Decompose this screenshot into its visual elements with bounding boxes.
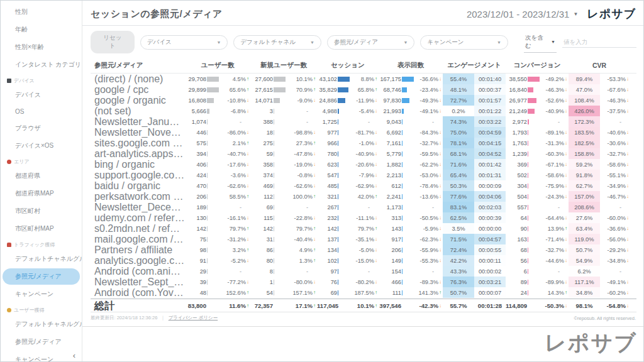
arrow-down-icon: ↓ (626, 226, 629, 231)
filter-chip-source-media[interactable]: 参照元/メディア ▼ (327, 35, 415, 50)
filter-chip-campaign[interactable]: キャンペーン ▼ (420, 35, 508, 50)
mini-bar-track (401, 98, 414, 103)
value-text: 35,829 (317, 87, 337, 93)
mini-bar (402, 151, 402, 156)
metric-delta-new_users: -40.4%↓ (286, 234, 317, 244)
delta-text: -49.1% (420, 108, 438, 114)
arrow-down-icon: ↓ (626, 162, 629, 167)
sidebar-collapse-chevron-icon[interactable]: ‹ (73, 351, 75, 360)
sidebar-item[interactable]: デフォルトチャネルグループ (1, 315, 82, 333)
metric-value-sessions: 547 (317, 170, 350, 180)
row-label: Newsletter_January_2023 / e... (91, 116, 185, 127)
metric-value-views: 612 (379, 180, 414, 191)
last-updated-text: 最終更新日: 2024/1/18 12:36:26 (91, 315, 157, 321)
delta-text: 10.1% (296, 76, 313, 82)
value-text: 232 (317, 215, 337, 221)
sidebar-item[interactable]: 年齢 (1, 21, 82, 38)
sidebar-item[interactable]: 都道府県 (1, 167, 82, 185)
sidebar-item[interactable]: デバイス (1, 86, 82, 104)
delta-text: -7.9% (359, 172, 374, 178)
value-text: 502 (506, 172, 527, 178)
sidebar-item[interactable]: インタレスト カテゴリ (1, 56, 82, 74)
mini-bar (207, 184, 208, 189)
sidebar-item[interactable]: 参照元/メディア (3, 268, 80, 285)
report-header: セッションの参照元/メディア 2023/12/01 - 2023/12/31 ▼… (82, 1, 644, 26)
value-text: 29,708 (185, 76, 206, 82)
sidebar-item[interactable]: 性別×年齢 (1, 38, 82, 56)
privacy-policy-link[interactable]: プライバシー ポリシー (169, 315, 218, 321)
sidebar-item[interactable]: OS (1, 104, 82, 119)
mini-bar-track (273, 151, 286, 156)
arrow-down-icon: ↓ (247, 258, 249, 263)
engagement-rate-cell: 55.4% (443, 74, 474, 84)
table-row: mail.google.com / referral75-31.2%↓31-40… (91, 234, 636, 244)
metric-delta-cvr: -32.7%↓ (600, 148, 630, 159)
metric-delta-sessions: 65.8%↑ (350, 84, 379, 95)
table-row: perksatwork.com / referral20658.5%↑11210… (91, 191, 636, 202)
metric-value-views: 1,882 (379, 159, 414, 170)
metric-delta-new_users: -47.8%↓ (286, 148, 317, 159)
date-range-caret-icon[interactable]: ▼ (573, 11, 578, 17)
delta-dash: - (619, 119, 629, 125)
value-text: 189 (185, 204, 206, 211)
metric-value-conv: 1,763 (506, 138, 540, 148)
value-text: 1,763 (506, 140, 527, 146)
table-row: google / cpc29,89965.6%↑27,61570.9%↑35,8… (91, 84, 636, 95)
sidebar-item[interactable]: キャンペーン (1, 351, 82, 362)
metric-value-sessions: 43,102 (317, 74, 350, 84)
row-label: mail.google.com / referral (91, 234, 185, 244)
sidebar-item[interactable]: キャンペーン (1, 285, 82, 303)
metric-value-conv: 557 (506, 202, 540, 212)
delta-text: 3.2% (233, 247, 246, 253)
metric-value-sessions: 1,725 (317, 116, 350, 127)
value-text: 29,899 (185, 87, 206, 93)
mini-bar-track (337, 119, 350, 124)
filter-chip-default-channel[interactable]: デフォルトチャネル ▼ (233, 35, 321, 50)
delta-text: 8.8% (361, 76, 374, 82)
condition-select[interactable]: 次を含む ▼ (524, 32, 557, 53)
mini-bar-track (206, 280, 219, 285)
sidebar-item[interactable]: デバイス×OS (1, 137, 82, 155)
delta-text: 141.3% (418, 290, 438, 296)
mini-bar (338, 205, 338, 210)
cvr-cell: 27.6% (569, 212, 600, 223)
arrow-up-icon: ↑ (247, 140, 249, 146)
sidebar-item[interactable]: 都道府県MAP (1, 185, 82, 202)
arrow-down-icon: ↓ (439, 279, 441, 285)
sidebar-item[interactable]: 市区町村 (1, 202, 82, 220)
metric-delta-users: -62.6%↓ (219, 180, 250, 191)
delta-text: -56.0% (608, 236, 626, 243)
value-text: 26,977 (506, 97, 527, 104)
sidebar-item[interactable]: 性別 (1, 3, 82, 21)
value-text: 68 (506, 247, 527, 253)
metric-value-sessions: 69 (317, 287, 350, 298)
delta-text: -80.0% (294, 279, 313, 285)
metric-value-sessions: 267 (317, 202, 350, 212)
mini-bar-track (527, 151, 540, 156)
col-header-engagement: エンゲージメント (443, 61, 506, 70)
filter-value-input[interactable] (562, 36, 636, 48)
delta-text: -19.0% (294, 162, 313, 168)
delta-text: -60.3% (546, 151, 564, 157)
reset-button[interactable]: リセット (91, 31, 135, 53)
sidebar-item[interactable]: 参照元/メディア (1, 333, 82, 351)
value-text: 304 (506, 183, 527, 189)
mini-bar-track (206, 290, 219, 295)
engagement-time-cell: 00:01:40 (474, 74, 506, 84)
metric-value-users: 575 (185, 138, 219, 148)
mini-bar (402, 77, 414, 82)
metric-delta-views: - (414, 202, 443, 212)
metric-delta-cvr: -56.0%↓ (600, 234, 630, 244)
sidebar-item[interactable]: ブラウザ (1, 119, 82, 137)
metric-delta-sessions: -35.1%↓ (350, 234, 379, 244)
filter-chip-device[interactable]: デバイス ▼ (140, 35, 228, 50)
metric-delta-new_users: 70.9%↑ (286, 84, 317, 95)
sidebar-item[interactable]: デフォルトチャネルグループ (1, 250, 82, 268)
delta-text: -62.6% (228, 183, 246, 189)
value-text: 83,800 (185, 302, 206, 309)
mini-bar (274, 248, 274, 253)
sidebar-item[interactable]: 市区町村MAP (1, 220, 82, 238)
date-range-selector[interactable]: 2023/12/01 - 2023/12/31 (467, 9, 569, 19)
mini-bar (402, 119, 402, 124)
mini-bar (338, 280, 338, 285)
